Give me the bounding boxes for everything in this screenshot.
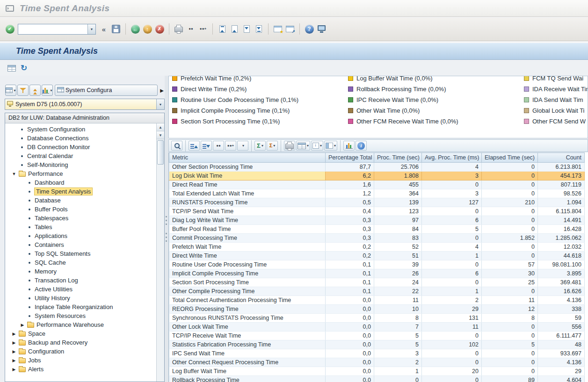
- dropdown-arrow-icon[interactable]: ▾: [50, 88, 52, 93]
- refresh-icon[interactable]: [18, 62, 29, 74]
- table-row-ipc-send-wait-time[interactable]: IPC Send Wait Time0,0300933.697: [169, 349, 585, 358]
- scroll-up-icon[interactable]: ▲: [157, 123, 164, 131]
- tree-item-db-connection-monitor[interactable]: DB Connection Monitor: [5, 143, 164, 151]
- cell-avg-proc-time-ms[interactable]: 11: [422, 323, 482, 332]
- cell-metric[interactable]: TCP/IP Send Wait Time: [169, 207, 326, 216]
- tree-item-transaction-log[interactable]: Transaction Log: [5, 276, 164, 285]
- cell-avg-proc-time-ms[interactable]: 1: [422, 287, 482, 296]
- cell-elapsed-time-sec[interactable]: 0: [482, 358, 538, 367]
- cell-elapsed-time-sec[interactable]: 0: [482, 367, 538, 376]
- cell-metric[interactable]: Other Connect Request Processing Time: [169, 358, 326, 367]
- cell-percentage-total[interactable]: 6,2: [326, 172, 374, 180]
- tree-item-system-configuration[interactable]: System Configuration: [5, 125, 164, 134]
- tree-item-applications[interactable]: Applications: [5, 231, 164, 240]
- cell-avg-proc-time-ms[interactable]: 0: [422, 234, 482, 243]
- tree-item-backup-and-recovery[interactable]: ▶Backup and Recovery: [5, 338, 164, 347]
- cell-metric[interactable]: Log Buffer Wait Time: [169, 367, 326, 376]
- customize-icon[interactable]: [316, 23, 327, 35]
- cell-count[interactable]: 454.173: [538, 172, 585, 180]
- cell-percentage-total[interactable]: 0,0: [326, 358, 374, 367]
- table-row-synchronous-runstats-processing-time[interactable]: Synchronous RUNSTATS Processing Time0,08…: [169, 314, 585, 323]
- chart-icon[interactable]: [343, 141, 355, 151]
- cell-elapsed-time-sec[interactable]: 0: [482, 252, 538, 260]
- find-icon[interactable]: [213, 141, 224, 151]
- tree-item-alerts[interactable]: ▶Alerts: [5, 365, 164, 374]
- cell-count[interactable]: 98.081.100: [538, 260, 585, 269]
- nav-filter-icon[interactable]: [17, 85, 29, 96]
- tree-item-space[interactable]: ▶Space: [5, 329, 164, 338]
- tree-item-tablespaces[interactable]: Tablespaces: [5, 214, 164, 223]
- cell-avg-proc-time-ms[interactable]: 127: [422, 198, 482, 207]
- cell-count[interactable]: 29: [538, 367, 585, 376]
- cell-avg-proc-time-ms[interactable]: 5: [422, 225, 482, 234]
- views-icon[interactable]: ▾: [296, 141, 310, 151]
- tree-item-performance[interactable]: ▼Performance: [5, 169, 164, 178]
- tree-item-database-connections[interactable]: Database Connections: [5, 134, 164, 143]
- table-row-implicit-compile-processing-time[interactable]: Implicit Compile Processing Time0,126630…: [169, 269, 585, 278]
- table-row-section-sort-processing-time[interactable]: Section Sort Processing Time0,124025369.…: [169, 278, 585, 287]
- cell-metric[interactable]: Rollback Processing Time: [169, 376, 326, 382]
- cell-avg-proc-time-ms[interactable]: 0: [422, 180, 482, 189]
- cell-percentage-total[interactable]: 0,3: [326, 216, 374, 225]
- cell-metric[interactable]: Prefetch Wait Time: [169, 243, 326, 252]
- cell-elapsed-time-sec[interactable]: 1.852: [482, 234, 538, 243]
- tree-item-containers[interactable]: Containers: [5, 240, 164, 249]
- cell-count[interactable]: 1.094: [538, 198, 585, 207]
- cell-elapsed-time-sec[interactable]: 8: [482, 314, 538, 323]
- cell-elapsed-time-sec[interactable]: 0: [482, 225, 538, 234]
- cell-proc-time-sec[interactable]: 8: [374, 314, 422, 323]
- table-row-reorg-processing-time[interactable]: REORG Processing Time0,0102912338: [169, 305, 585, 314]
- tree-item-performance-warehouse[interactable]: ▶Performance Warehouse: [5, 320, 164, 329]
- column-header-proc-time-sec[interactable]: Proc. Time (sec): [374, 153, 422, 163]
- cell-proc-time-sec[interactable]: 26: [374, 269, 422, 278]
- dropdown-arrow-icon[interactable]: ▾: [273, 144, 275, 148]
- panel-splitter[interactable]: [165, 76, 168, 382]
- table-row-direct-read-time[interactable]: Direct Read Time1,645500807.119: [169, 180, 585, 189]
- cell-proc-time-sec[interactable]: 1.808: [374, 172, 422, 180]
- cell-count[interactable]: 6.111.477: [538, 332, 585, 340]
- table-row-other-compile-processing-time[interactable]: Other Compile Processing Time0,1221016.6…: [169, 287, 585, 296]
- cell-count[interactable]: 933.697: [538, 349, 585, 358]
- nav-up-icon[interactable]: [29, 85, 41, 96]
- cell-metric[interactable]: Buffer Pool Read Time: [169, 225, 326, 234]
- cell-percentage-total[interactable]: 0,1: [326, 269, 374, 278]
- column-header-percentage-total[interactable]: Percentage Total: [326, 153, 374, 163]
- table-row-prefetch-wait-time[interactable]: Prefetch Wait Time0,2524012.032: [169, 243, 585, 252]
- find-next-icon[interactable]: [225, 141, 236, 151]
- cell-percentage-total[interactable]: 87,7: [326, 163, 374, 172]
- system-configuration-button[interactable]: System Configura: [55, 85, 158, 96]
- system-select-dropdown-button[interactable]: ▼: [156, 99, 164, 109]
- cell-metric[interactable]: Direct Read Time: [169, 180, 326, 189]
- table-row-routine-user-code-processing-time[interactable]: Routine User Code Processing Time0,13905…: [169, 260, 585, 269]
- expander-closed-icon[interactable]: ▶: [12, 367, 16, 372]
- help-icon[interactable]: [304, 23, 315, 35]
- subtotal-icon[interactable]: ▾: [267, 141, 278, 151]
- cell-proc-time-sec[interactable]: 123: [374, 207, 422, 216]
- cell-percentage-total[interactable]: 0,0: [326, 340, 374, 349]
- cell-avg-proc-time-ms[interactable]: 1: [422, 252, 482, 260]
- sum-icon[interactable]: ▾: [254, 141, 266, 151]
- layout-icon[interactable]: ▾: [324, 141, 337, 151]
- cell-avg-proc-time-ms[interactable]: 2: [422, 296, 482, 305]
- cell-proc-time-sec[interactable]: 22: [374, 287, 422, 296]
- tree-item-system-resources[interactable]: System Resources: [5, 311, 164, 320]
- cell-percentage-total[interactable]: 0,0: [326, 323, 374, 332]
- cell-elapsed-time-sec[interactable]: 57: [482, 260, 538, 269]
- tree-item-active-utilities[interactable]: Active Utilities: [5, 285, 164, 294]
- enter-icon[interactable]: [4, 23, 15, 35]
- scroll-down-icon[interactable]: ▼: [157, 131, 164, 139]
- cell-count[interactable]: 44.618: [538, 252, 585, 260]
- dropdown-arrow-icon[interactable]: ▾: [320, 144, 322, 148]
- cell-proc-time-sec[interactable]: 5: [374, 332, 422, 340]
- filter-icon[interactable]: ▾: [237, 141, 248, 151]
- table-row-log-buffer-wait-time[interactable]: Log Buffer Wait Time0,0120029: [169, 367, 585, 376]
- tree-item-time-spent-analysis[interactable]: Time Spent Analysis: [5, 187, 164, 196]
- table-row-commit-processing-time[interactable]: Commit Processing Time0,38301.8521.285.0…: [169, 234, 585, 243]
- cell-count[interactable]: 4.604: [538, 376, 585, 382]
- cell-proc-time-sec[interactable]: 5: [374, 340, 422, 349]
- info-icon[interactable]: [356, 141, 367, 151]
- expander-closed-icon[interactable]: ▶: [12, 349, 16, 354]
- cell-percentage-total[interactable]: 0,0: [326, 367, 374, 376]
- print2-icon[interactable]: [284, 141, 295, 151]
- cell-elapsed-time-sec[interactable]: 0: [482, 207, 538, 216]
